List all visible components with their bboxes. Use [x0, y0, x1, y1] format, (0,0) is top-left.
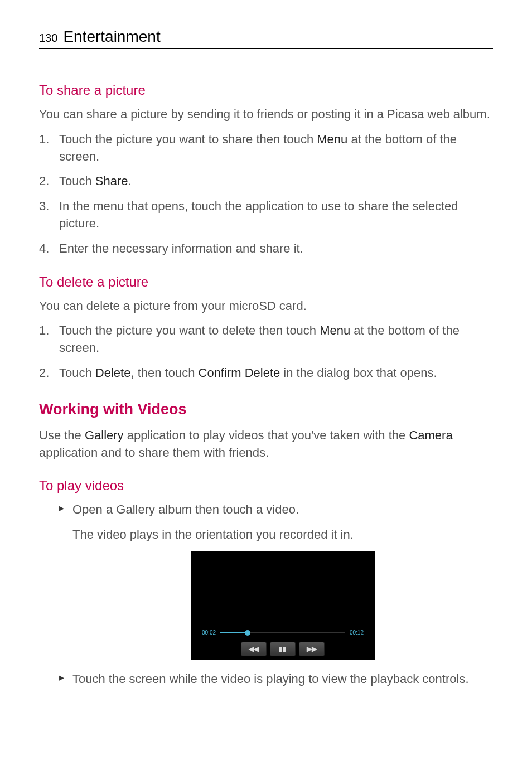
step-share-3: In the menu that opens, touch the applic… [39, 198, 493, 233]
text: Touch the screen while the video is play… [72, 672, 469, 686]
text: Touch [59, 174, 95, 188]
video-controls-bar: 00:02 00:12 ◀◀ ▮▮ [191, 626, 375, 660]
text: Open a Gallery album then touch a video. [72, 502, 299, 516]
bullet-touch-screen: Touch the screen while the video is play… [59, 671, 493, 688]
forward-icon: ▶▶ [307, 645, 317, 654]
camera-label: Camera [409, 428, 452, 442]
pause-button[interactable]: ▮▮ [270, 642, 296, 656]
page-number: 130 [39, 32, 57, 45]
text: application to play videos that you've t… [124, 428, 409, 442]
text: in the dialog box that opens. [280, 366, 437, 380]
confirm-delete-label: Confirm Delete [199, 366, 280, 380]
share-label: Share [95, 174, 128, 188]
progress-fill [220, 632, 248, 633]
intro-working-with-videos: Use the Gallery application to play vide… [39, 427, 493, 462]
step-delete-1: Touch the picture you want to delete the… [39, 322, 493, 357]
text: Touch [59, 366, 95, 380]
text: application and to share them with frien… [39, 446, 269, 459]
text: Touch the picture you want to share then… [59, 132, 317, 146]
step-share-1: Touch the picture you want to share then… [39, 131, 493, 166]
text: , then touch [130, 366, 198, 380]
chapter-title: Entertainment [63, 28, 160, 46]
progress-row: 00:02 00:12 [191, 626, 375, 640]
delete-label: Delete [95, 366, 131, 380]
heading-delete-picture: To delete a picture [39, 274, 493, 290]
step-share-2: Touch Share. [39, 173, 493, 190]
bullet-list-play-videos: Open a Gallery album then touch a video.… [39, 501, 493, 687]
playback-button-row: ◀◀ ▮▮ ▶▶ [191, 642, 375, 656]
steps-share-picture: Touch the picture you want to share then… [39, 131, 493, 258]
step-share-4: Enter the necessary information and shar… [39, 240, 493, 258]
forward-button[interactable]: ▶▶ [299, 642, 325, 656]
text: Touch the picture you want to delete the… [59, 323, 320, 337]
text: . [128, 174, 132, 188]
step-delete-2: Touch Delete, then touch Confirm Delete … [39, 365, 493, 382]
bullet-sub-orientation: The video plays in the orientation you r… [72, 526, 493, 544]
elapsed-time-label: 00:02 [202, 629, 216, 637]
intro-share-picture: You can share a picture by sending it to… [39, 106, 493, 123]
progress-slider[interactable] [220, 632, 345, 633]
text: Use the [39, 428, 85, 442]
pause-icon: ▮▮ [279, 645, 287, 654]
rewind-icon: ◀◀ [249, 645, 259, 654]
heading-working-with-videos: Working with Videos [39, 401, 493, 418]
progress-thumb[interactable] [245, 630, 250, 636]
video-player-screenshot: 00:02 00:12 ◀◀ ▮▮ [191, 551, 375, 660]
intro-delete-picture: You can delete a picture from your micro… [39, 298, 493, 315]
duration-time-label: 00:12 [350, 629, 364, 637]
bullet-open-gallery: Open a Gallery album then touch a video.… [59, 501, 493, 660]
page-header: 130 Entertainment [39, 28, 493, 49]
menu-label: Menu [317, 132, 347, 146]
steps-delete-picture: Touch the picture you want to delete the… [39, 322, 493, 381]
heading-share-picture: To share a picture [39, 83, 493, 98]
menu-label: Menu [320, 323, 350, 337]
heading-to-play-videos: To play videos [39, 478, 493, 493]
rewind-button[interactable]: ◀◀ [241, 642, 267, 656]
gallery-label: Gallery [85, 428, 124, 442]
